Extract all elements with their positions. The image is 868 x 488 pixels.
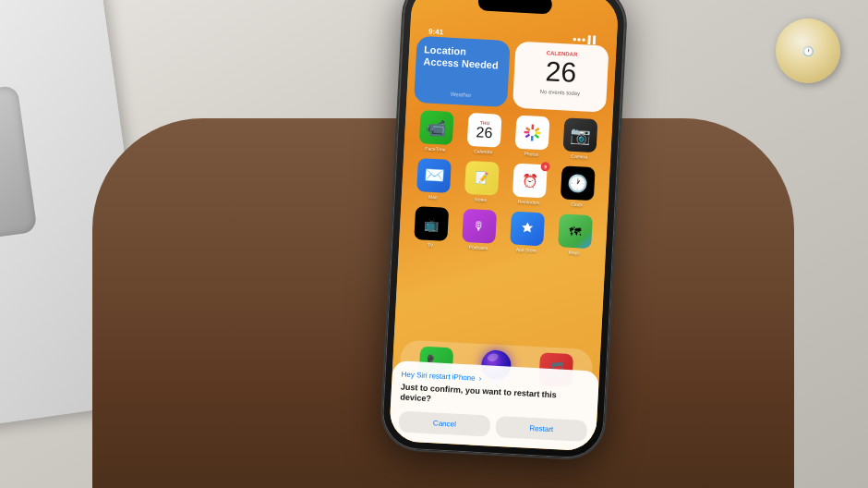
photos-icon[interactable] (515, 116, 550, 151)
facetime-label: FaceTime (425, 146, 445, 152)
clock-label: Clock (571, 201, 583, 208)
app-appstore[interactable]: App Store (507, 211, 548, 253)
mail-label: Mail (428, 194, 437, 200)
calendar-app-label: Calendar (474, 148, 493, 154)
reminders-label: Reminders (517, 199, 539, 205)
cancel-button[interactable]: Cancel (398, 410, 490, 436)
podcasts-icon[interactable]: 🎙 (462, 209, 497, 244)
iphone-screen: 9:41 ●●● ▌▌ Location Access Needed Weath… (389, 0, 620, 452)
clock-icon: 🕐 (802, 46, 814, 56)
status-icons: ●●● ▌▌ (573, 35, 598, 44)
app-photos[interactable]: Photos (512, 115, 552, 157)
notes-icon[interactable]: 📝 (464, 161, 500, 196)
maps-icon[interactable]: 🗺 (558, 214, 593, 249)
calendar-events: No events today (521, 88, 599, 97)
app-maps[interactable]: 🗺 Maps (555, 214, 596, 256)
app-notes[interactable]: 📝 Notes (462, 161, 502, 203)
clock-decoration: 🕐 (776, 18, 840, 83)
weather-widget: Location Access Needed Weather (414, 36, 511, 107)
weather-label: Weather (422, 90, 500, 99)
app-reminders[interactable]: ⏰ 9 Reminders (510, 163, 550, 205)
app-camera[interactable]: 📷 Camera (560, 117, 600, 160)
app-grid: 📹 FaceTime THU 26 Calendar (406, 110, 606, 264)
app-tv[interactable]: 📺 TV (411, 206, 452, 249)
weather-title: Location Access Needed (423, 43, 502, 72)
app-facetime[interactable]: 📹 FaceTime (416, 110, 456, 152)
app-row-3: 📺 TV 🎙 Podcasts (406, 206, 600, 257)
cal-num: 26 (476, 125, 493, 140)
facetime-icon[interactable]: 📹 (419, 110, 454, 145)
maps-label: Maps (569, 250, 581, 256)
camera-label: Camera (571, 153, 587, 160)
app-clock[interactable]: 🕐 Clock (557, 165, 597, 208)
app-podcasts[interactable]: 🎙 Podcasts (459, 209, 500, 251)
widgets-row: Location Access Needed Weather Calendar … (414, 36, 609, 113)
app-row-2: ✉️ Mail 📝 Notes ⏰ 9 Reminders (409, 158, 603, 209)
tv-label: TV (428, 242, 434, 248)
clock-icon[interactable]: 🕐 (561, 165, 596, 201)
appstore-icon[interactable] (510, 212, 545, 247)
calendar-app-icon[interactable]: THU 26 (467, 113, 502, 148)
camera-icon[interactable]: 📷 (563, 117, 598, 152)
iphone-body: 9:41 ●●● ▌▌ Location Access Needed Weath… (380, 0, 626, 459)
calendar-widget: Calendar 26 No events today (512, 41, 609, 112)
reminders-badge: 9 (540, 162, 550, 172)
siri-header-text: Hey Siri restart iPhone (401, 370, 475, 382)
reminders-icon[interactable]: ⏰ 9 (512, 164, 548, 199)
app-mail[interactable]: ✉️ Mail (414, 158, 454, 201)
time: 9:41 (428, 28, 443, 37)
chevron-right-icon: › (478, 374, 481, 383)
main-container: iPhone 🕐 9:41 ●●● ▌▌ Location (0, 0, 868, 488)
siri-overlay: Hey Siri restart iPhone › Just to confir… (389, 360, 599, 452)
restart-button[interactable]: Restart (495, 416, 587, 442)
tv-icon[interactable]: 📺 (414, 206, 449, 241)
mail-icon[interactable]: ✉️ (416, 158, 452, 193)
app-calendar[interactable]: THU 26 Calendar (464, 113, 504, 155)
calendar-date: 26 (521, 56, 600, 88)
box-phone-preview (0, 85, 38, 242)
siri-buttons: Cancel Restart (398, 410, 587, 442)
photos-label: Photos (524, 151, 538, 157)
notes-label: Notes (475, 196, 487, 202)
podcasts-label: Podcasts (469, 244, 488, 250)
appstore-label: App Store (516, 247, 537, 253)
